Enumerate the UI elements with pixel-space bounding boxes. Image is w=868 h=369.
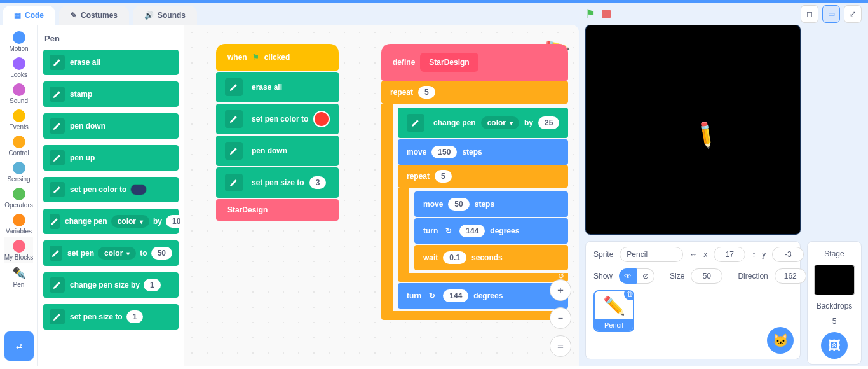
hide-sprite-button[interactable]: ⊘ — [637, 268, 654, 284]
sprite-y-input[interactable] — [772, 247, 804, 262]
tab-costumes[interactable]: ✎ Costumes — [59, 6, 129, 25]
category-my-blocks[interactable]: My Blocks — [4, 237, 34, 263]
zoom-out-button[interactable]: － — [550, 307, 571, 329]
block-turn-144-outer[interactable]: turn ↻ 144 degrees — [398, 283, 568, 309]
pen-category-icon: ✒️ — [12, 266, 26, 280]
palette-set-pen-size[interactable]: set pen size to 1 — [43, 304, 179, 330]
sprite-size-input[interactable] — [691, 268, 722, 284]
palette-change-pen-size[interactable]: change pen size by 1 — [43, 272, 179, 298]
block-call-stardesign[interactable]: StarDesign — [216, 199, 339, 221]
block-set-pen-size[interactable]: set pen size to 3 — [216, 167, 339, 198]
pen-icon — [50, 150, 65, 165]
tab-sounds[interactable]: 🔊 Sounds — [133, 6, 197, 25]
stop-button[interactable] — [602, 10, 611, 18]
block-turn-144-inner[interactable]: turn ↻ 144 degrees — [414, 218, 568, 244]
stage-size-large-button[interactable]: ▭ — [822, 5, 840, 23]
category-dot — [13, 136, 25, 148]
script-canvas[interactable]: ✏️ when ⚑ clicked erase all — [184, 25, 579, 366]
sprite-x-input[interactable] — [714, 247, 745, 262]
category-events[interactable]: Events — [4, 107, 34, 133]
palette-stamp[interactable]: stamp — [43, 81, 179, 107]
block-repeat-inner[interactable]: repeat 5 — [398, 165, 568, 188]
block-repeat-outer[interactable]: repeat 5 — [381, 81, 568, 104]
backdrops-label: Backdrops — [817, 299, 853, 313]
value-input[interactable]: 3 — [309, 176, 327, 189]
palette-pen-up[interactable]: pen up — [43, 145, 179, 171]
add-backdrop-button[interactable]: 🖼 — [821, 332, 848, 359]
value-input[interactable]: 1 — [126, 310, 144, 323]
stage-sprite-pencil[interactable]: ✏️ — [690, 118, 722, 150]
pen-icon — [50, 309, 65, 324]
script-define-stardesign[interactable]: define StarDesign repeat 5 change pen co… — [381, 44, 568, 320]
direction-label: Direction — [738, 272, 768, 281]
value-input[interactable]: 5 — [435, 170, 452, 183]
tab-code[interactable]: ▦ Code — [3, 6, 55, 25]
show-sprite-button[interactable]: 👁 — [619, 268, 637, 284]
category-operators[interactable]: Operators — [4, 185, 34, 211]
block-move-50[interactable]: move 50 steps — [414, 191, 568, 217]
category-dot — [13, 240, 25, 253]
palette-erase-all[interactable]: erase all — [43, 50, 179, 75]
block-move-150[interactable]: move 150 steps — [398, 139, 568, 165]
category-pen[interactable]: ✒️Pen — [4, 263, 34, 291]
y-arrows-icon: ↕ — [752, 250, 756, 259]
color-dropdown[interactable]: color — [481, 116, 519, 129]
block-palette: Pen erase all stamp pen down pen up — [38, 25, 184, 366]
add-extension-button[interactable]: ⇄ — [4, 331, 34, 361]
add-sprite-icon: 🐱 — [773, 333, 789, 348]
value-input[interactable]: 144 — [459, 225, 485, 237]
palette-change-pen[interactable]: change pen color by 10 — [43, 209, 179, 234]
sprite-card-pencil[interactable]: 🗑 ✏️ Pencil — [593, 290, 634, 332]
value-input[interactable]: 50 — [151, 247, 172, 260]
sprite-card-label: Pencil — [595, 319, 633, 331]
sprite-name-input[interactable] — [620, 247, 683, 262]
pen-icon — [225, 110, 243, 128]
green-flag-button[interactable]: ⚑ — [585, 7, 595, 21]
block-pen-down[interactable]: pen down — [216, 136, 339, 166]
x-label: x — [703, 250, 707, 259]
color-dropdown[interactable]: color — [111, 215, 149, 228]
value-input[interactable]: 144 — [443, 289, 468, 302]
value-input[interactable]: 0.1 — [443, 251, 466, 264]
block-wait[interactable]: wait 0.1 seconds — [414, 245, 568, 270]
zoom-in-button[interactable]: ＋ — [550, 279, 571, 301]
show-label: Show — [593, 272, 613, 281]
category-looks[interactable]: Looks — [4, 55, 34, 81]
value-input[interactable]: 150 — [431, 146, 457, 158]
costumes-icon: ✎ — [71, 11, 77, 20]
sprite-direction-input[interactable] — [775, 268, 806, 284]
color-dropdown[interactable]: color — [98, 247, 136, 260]
value-input[interactable]: 10 — [166, 215, 184, 228]
add-backdrop-icon: 🖼 — [828, 338, 841, 353]
pen-icon — [50, 182, 65, 197]
palette-set-pen-color[interactable]: set pen color to — [43, 177, 179, 202]
category-motion[interactable]: Motion — [4, 29, 34, 55]
stage-canvas[interactable]: ✏️ — [585, 25, 801, 235]
category-dot — [13, 109, 25, 122]
script-when-flag-clicked[interactable]: when ⚑ clicked erase all set pen color t… — [216, 44, 339, 221]
hat-when-flag-clicked[interactable]: when ⚑ clicked — [216, 44, 339, 71]
category-variables[interactable]: Variables — [4, 211, 34, 237]
stage-thumbnail[interactable] — [814, 265, 855, 295]
value-input[interactable]: 5 — [418, 86, 435, 99]
value-input[interactable]: 25 — [538, 116, 559, 129]
category-sound[interactable]: Sound — [4, 81, 34, 107]
block-set-pen-color[interactable]: set pen color to — [216, 104, 339, 134]
stage-size-small-button[interactable]: ◻ — [801, 5, 818, 23]
value-input[interactable]: 1 — [144, 279, 161, 291]
palette-set-pen[interactable]: set pen color to 50 — [43, 240, 179, 266]
pen-icon — [50, 277, 65, 293]
category-sensing[interactable]: Sensing — [4, 159, 34, 185]
block-erase-all[interactable]: erase all — [216, 72, 339, 102]
category-control[interactable]: Control — [4, 133, 34, 159]
block-change-pen[interactable]: change pen color by 25 — [398, 108, 568, 138]
zoom-reset-button[interactable]: ＝ — [550, 335, 571, 357]
add-sprite-button[interactable]: 🐱 — [767, 327, 794, 354]
value-input[interactable]: 50 — [448, 198, 469, 211]
palette-pen-down[interactable]: pen down — [43, 113, 179, 139]
hat-define[interactable]: define StarDesign — [381, 44, 568, 81]
fullscreen-button[interactable]: ⤢ — [844, 5, 862, 23]
color-swatch-red[interactable] — [313, 111, 330, 127]
green-flag-icon: ⚑ — [252, 53, 259, 62]
color-swatch[interactable] — [130, 184, 147, 195]
